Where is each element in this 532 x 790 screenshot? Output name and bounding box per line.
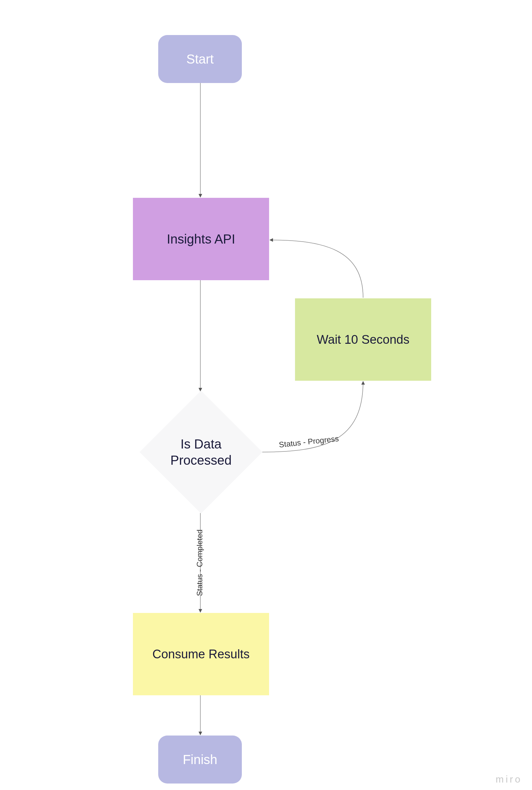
miro-watermark: miro: [496, 774, 522, 785]
consume-results-node: Consume Results: [133, 613, 269, 695]
start-label: Start: [186, 52, 214, 67]
start-node: Start: [158, 35, 242, 83]
edge-label-progress: Status - Progress: [279, 434, 339, 449]
edge-label-completed: Status - Completed: [195, 530, 204, 596]
wait-label: Wait 10 Seconds: [317, 333, 410, 347]
insights-label: Insights API: [167, 232, 235, 246]
consume-label: Consume Results: [152, 647, 250, 661]
insights-api-node: Insights API: [133, 198, 269, 280]
decision-label: Is Data Processed: [139, 391, 263, 514]
finish-node: Finish: [158, 735, 242, 784]
decision-node: Is Data Processed: [139, 391, 263, 514]
finish-label: Finish: [183, 752, 217, 767]
wait-node: Wait 10 Seconds: [295, 298, 431, 381]
